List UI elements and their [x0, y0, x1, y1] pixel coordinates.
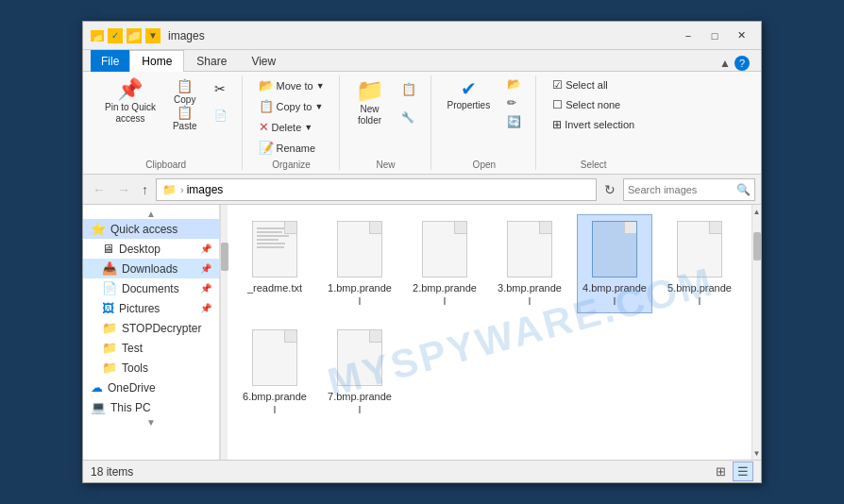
- file-icon-3: [503, 219, 556, 279]
- paste-button[interactable]: 📋 Paste: [166, 102, 204, 126]
- search-input[interactable]: [628, 184, 736, 195]
- status-bar: 18 items ⊞ ☰: [83, 460, 761, 482]
- tab-view[interactable]: View: [239, 50, 288, 72]
- back-button[interactable]: ←: [89, 180, 110, 199]
- help-icon[interactable]: ?: [734, 56, 750, 71]
- scroll-thumb[interactable]: [753, 232, 761, 260]
- list-item[interactable]: 7.bmp.prandel: [322, 323, 397, 422]
- open-items: ✔ Properties 📂 ✏ 🔄: [441, 76, 529, 158]
- tab-home[interactable]: Home: [129, 50, 184, 72]
- this-pc-icon: 💻: [91, 400, 106, 414]
- delete-button[interactable]: ✕ Delete ▼: [252, 117, 320, 137]
- sidebar-item-desktop[interactable]: 🖥 Desktop 📌: [83, 239, 219, 259]
- title-dropdown[interactable]: ▼: [145, 28, 160, 43]
- forward-button[interactable]: →: [113, 180, 134, 199]
- address-input[interactable]: 📁 › images: [156, 178, 597, 201]
- refresh-button[interactable]: ↻: [600, 180, 619, 199]
- clipboard-items: 📌 Pin to Quickaccess 📋 Copy 📋 Paste: [98, 76, 234, 158]
- new-extra: 📋 🔧: [395, 76, 423, 130]
- sidebar-item-pictures[interactable]: 🖼 Pictures 📌: [83, 298, 219, 318]
- paste-shortcut-button[interactable]: 📄: [208, 102, 234, 128]
- ribbon-collapse-icon[interactable]: ▲: [719, 57, 731, 70]
- move-icon: 📂: [259, 78, 274, 92]
- tab-file[interactable]: File: [91, 50, 129, 72]
- copyto-dropdown: ▼: [314, 102, 323, 111]
- sidebar-item-onedrive[interactable]: ☁ OneDrive: [83, 378, 219, 397]
- sidebar-item-downloads[interactable]: 📥 Downloads 📌: [83, 259, 219, 278]
- address-path: images: [187, 183, 224, 196]
- rename-button[interactable]: 📝 Rename: [252, 138, 323, 158]
- title-bar-folder-icons: 📁 ✓ 📁 ▼: [91, 28, 160, 43]
- sidebar-item-this-pc[interactable]: 💻 This PC: [83, 397, 219, 417]
- onedrive-icon: ☁: [91, 380, 103, 395]
- grid-view-button[interactable]: ⊞: [711, 462, 731, 481]
- list-item[interactable]: _readme.txt: [237, 214, 312, 313]
- scroll-up-arrow[interactable]: ▲: [752, 205, 762, 218]
- open-btn[interactable]: 📂: [500, 76, 528, 92]
- file-grid: _readme.txt 1.bmp.prandel: [237, 214, 742, 421]
- desktop-label: Desktop: [119, 243, 195, 256]
- invert-selection-button[interactable]: ⊞ Invert selection: [546, 115, 641, 134]
- select-none-button[interactable]: ☐ Select none: [546, 95, 627, 114]
- select-none-label: Select none: [565, 99, 620, 110]
- select-all-button[interactable]: ☑ Select all: [546, 76, 615, 94]
- onedrive-label: OneDrive: [108, 381, 211, 395]
- stopdecrypter-icon: 📁: [102, 321, 117, 335]
- file-icon-1: [333, 219, 386, 279]
- list-item[interactable]: 2.bmp.prandel: [407, 214, 482, 313]
- copy-button[interactable]: 📋 Copy: [166, 76, 204, 100]
- select-all-icon: ☑: [552, 78, 563, 92]
- file-name-5: 5.bmp.prandel: [667, 281, 733, 309]
- new-folder-button[interactable]: 📁 Newfolder: [349, 76, 391, 128]
- edit-btn[interactable]: ✏: [500, 94, 528, 111]
- history-btn[interactable]: 🔄: [500, 113, 528, 130]
- list-item[interactable]: 6.bmp.prandel: [237, 323, 312, 422]
- search-box[interactable]: 🔍: [623, 178, 755, 201]
- sidebar-item-tools[interactable]: 📁 Tools: [83, 358, 219, 378]
- pictures-pin: 📌: [200, 303, 211, 313]
- scroll-down-arrow[interactable]: ▼: [752, 446, 762, 460]
- file-icon-readme: [248, 219, 301, 279]
- open-extra: 📂 ✏ 🔄: [500, 76, 528, 130]
- window-controls: − □ ✕: [676, 26, 753, 45]
- up-button[interactable]: ↑: [138, 180, 152, 199]
- item-count: 18 items: [91, 465, 133, 479]
- move-dropdown: ▼: [316, 81, 325, 91]
- search-icon: 🔍: [736, 183, 751, 196]
- open-label: Open: [473, 160, 496, 170]
- paste-icon: 📋: [177, 106, 193, 119]
- easy-access-button[interactable]: 🔧: [395, 104, 423, 130]
- select-all-label: Select all: [565, 79, 608, 91]
- tab-share[interactable]: Share: [184, 50, 239, 72]
- delete-dropdown: ▼: [304, 123, 312, 132]
- sidebar-scroll-up[interactable]: ▲: [83, 209, 219, 219]
- copy-icon: 📋: [177, 79, 193, 92]
- close-button[interactable]: ✕: [729, 26, 753, 45]
- properties-button[interactable]: ✔ Properties: [441, 76, 498, 128]
- list-view-button[interactable]: ☰: [733, 462, 753, 481]
- pin-quick-access-button[interactable]: 📌 Pin to Quickaccess: [98, 76, 162, 128]
- doc-bg: [252, 221, 297, 277]
- select-none-icon: ☐: [552, 98, 563, 111]
- desktop-icon: 🖥: [102, 242, 114, 256]
- list-item[interactable]: 1.bmp.prandel: [322, 214, 397, 313]
- copy-to-button[interactable]: 📋 Copy to ▼: [252, 96, 330, 116]
- sidebar-scroll-down[interactable]: ▼: [83, 417, 219, 428]
- move-to-button[interactable]: 📂 Move to ▼: [252, 76, 331, 95]
- sidebar-item-quick-access[interactable]: ⭐ Quick access: [83, 219, 219, 239]
- minimize-button[interactable]: −: [676, 26, 701, 45]
- organize-items: 📂 Move to ▼ 📋 Copy to ▼ ✕ Delete ▼: [252, 76, 331, 158]
- quick-access-label: Quick access: [110, 223, 211, 236]
- sidebar-item-stopdecrypter[interactable]: 📁 STOPDecrypter: [83, 318, 219, 338]
- sidebar-item-documents[interactable]: 📄 Documents 📌: [83, 278, 219, 298]
- cut-button[interactable]: ✂: [208, 76, 234, 102]
- list-item[interactable]: 5.bmp.prandel: [662, 214, 737, 313]
- test-label: Test: [122, 342, 211, 355]
- list-item[interactable]: 3.bmp.prandel: [492, 214, 567, 313]
- list-item[interactable]: 4.bmp.prandel: [577, 214, 652, 313]
- maximize-button[interactable]: □: [702, 26, 727, 45]
- sidebar-item-test[interactable]: 📁 Test: [83, 338, 219, 358]
- vertical-scrollbar[interactable]: ▲ ▼: [751, 205, 761, 460]
- new-item-button[interactable]: 📋: [395, 76, 423, 102]
- sidebar-scrollbar[interactable]: [220, 205, 228, 460]
